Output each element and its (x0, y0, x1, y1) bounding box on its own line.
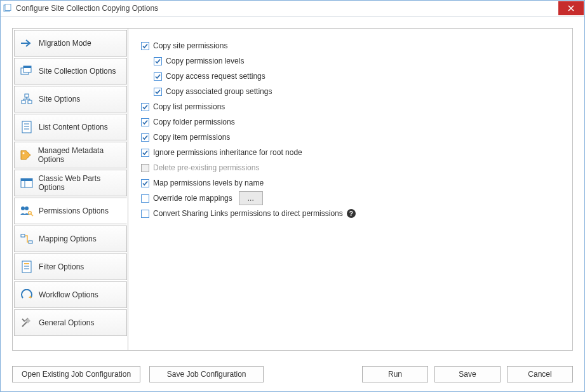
svg-rect-16 (21, 179, 32, 181)
sidebar-item-site-collection[interactable]: Site Collection Options (14, 58, 127, 84)
options-panel: Copy site permissions Copy permission le… (128, 29, 572, 350)
checkbox-copy-folder-permissions[interactable] (141, 118, 149, 126)
cancel-button[interactable]: Cancel (507, 366, 573, 382)
svg-rect-1 (5, 4, 11, 11)
checkbox-copy-site-permissions[interactable] (141, 42, 149, 50)
sidebar: Migration Mode Site Collection Options (13, 29, 128, 350)
sidebar-item-workflow[interactable]: Workflow Options (14, 281, 127, 308)
label-copy-access-request: Copy access request settings (166, 72, 266, 81)
label-override-role-mappings: Override role mappings (153, 194, 232, 203)
dialog-footer: Open Existing Job Configuration Save Job… (1, 358, 584, 391)
sidebar-item-label: List Content Options (39, 123, 108, 132)
save-button[interactable]: Save (434, 366, 501, 382)
label-ignore-inheritance-root: Ignore permissions inheritance for root … (153, 148, 302, 157)
sidebar-item-label: Workflow Options (39, 290, 98, 299)
sidebar-item-label: Migration Mode (39, 39, 91, 48)
svg-rect-8 (22, 100, 25, 104)
svg-rect-10 (22, 121, 31, 133)
window-icon (3, 4, 12, 13)
checkbox-delete-preexisting (141, 164, 149, 172)
sidebar-item-label: Filter Options (39, 262, 84, 271)
sidebar-item-list-content[interactable]: List Content Options (14, 114, 127, 140)
override-role-mappings-button[interactable]: ... (239, 191, 263, 205)
svg-point-18 (21, 206, 25, 210)
window-title: Configure Site Collection Copying Option… (16, 4, 558, 13)
title-bar: Configure Site Collection Copying Option… (1, 1, 584, 17)
open-existing-config-button[interactable]: Open Existing Job Configuration (12, 366, 140, 382)
mapping-icon (20, 232, 34, 246)
stacked-windows-icon (20, 64, 34, 78)
label-copy-permission-levels: Copy permission levels (166, 57, 244, 65)
sidebar-item-mapping[interactable]: Mapping Options (14, 226, 127, 252)
label-copy-item-permissions: Copy item permissions (153, 133, 230, 142)
help-icon[interactable]: ? (347, 209, 356, 218)
sidebar-item-label: Site Options (39, 95, 80, 104)
checkbox-copy-list-permissions[interactable] (141, 103, 149, 111)
label-copy-site-permissions: Copy site permissions (153, 41, 227, 50)
sidebar-item-classic-web-parts[interactable]: Classic Web Parts Options (14, 170, 127, 196)
checkbox-copy-permission-levels[interactable] (154, 57, 162, 65)
sidebar-item-filter[interactable]: Filter Options (14, 253, 127, 280)
sidebar-item-label: General Options (39, 318, 94, 327)
sidebar-item-label: Classic Web Parts Options (38, 174, 126, 192)
sidebar-item-migration-mode[interactable]: Migration Mode (14, 30, 127, 57)
checkbox-map-levels-by-name[interactable] (141, 179, 149, 187)
sidebar-item-label: Site Collection Options (39, 67, 116, 76)
label-copy-folder-permissions: Copy folder permissions (153, 118, 235, 126)
close-button[interactable] (558, 1, 584, 15)
sidebar-item-label: Mapping Options (39, 234, 97, 243)
svg-point-19 (25, 206, 29, 210)
svg-rect-6 (24, 66, 31, 68)
label-convert-sharing-links: Convert Sharing Links permissions to dir… (153, 209, 343, 218)
sidebar-item-general[interactable]: General Options (14, 309, 127, 336)
list-page-icon (20, 120, 34, 134)
sidebar-item-permissions[interactable]: Permissions Options (14, 198, 127, 224)
sidebar-item-managed-metadata[interactable]: Managed Metadata Options (14, 142, 127, 168)
svg-rect-23 (22, 261, 31, 273)
checkbox-ignore-inheritance-root[interactable] (141, 149, 149, 157)
checkbox-convert-sharing-links[interactable] (141, 210, 149, 218)
workflow-arrow-icon (20, 288, 34, 302)
checkbox-copy-associated-group[interactable] (154, 88, 162, 96)
checkbox-copy-item-permissions[interactable] (141, 133, 149, 142)
label-copy-associated-group: Copy associated group settings (166, 87, 272, 96)
checkbox-copy-access-request[interactable] (154, 72, 162, 81)
layout-icon (20, 176, 33, 190)
svg-rect-7 (25, 94, 29, 97)
sidebar-item-label: Permissions Options (39, 206, 109, 215)
checkbox-override-role-mappings[interactable] (141, 194, 149, 203)
svg-rect-9 (28, 100, 32, 104)
arrow-right-icon (20, 36, 34, 50)
label-delete-preexisting: Delete pre-existing permissions (153, 163, 259, 172)
label-copy-list-permissions: Copy list permissions (153, 102, 225, 111)
tag-icon (20, 148, 33, 162)
form-lines-icon (20, 260, 34, 274)
users-key-icon (20, 204, 34, 218)
svg-point-14 (23, 152, 25, 154)
tools-icon (20, 316, 34, 330)
sidebar-item-label: Managed Metadata Options (38, 146, 126, 164)
close-icon (568, 5, 574, 11)
label-map-levels-by-name: Map permissions levels by name (153, 179, 264, 187)
svg-rect-21 (21, 234, 25, 237)
run-button[interactable]: Run (362, 366, 428, 382)
sidebar-item-site-options[interactable]: Site Options (14, 86, 127, 112)
svg-rect-22 (29, 241, 32, 243)
hierarchy-icon (20, 92, 34, 106)
save-job-config-button[interactable]: Save Job Configuration (149, 366, 264, 382)
